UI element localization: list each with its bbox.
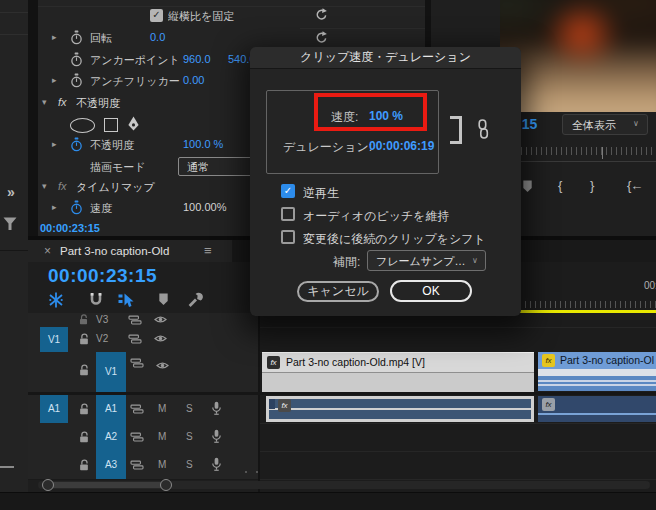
sync-lock-icon[interactable] <box>128 333 142 345</box>
tab-title: Part 3-no caption-Old <box>60 245 200 257</box>
interpolation-select[interactable]: フレームサンプ… ∨ <box>367 250 486 271</box>
sync-lock-icon[interactable] <box>130 459 144 471</box>
duration-label: デュレーション: <box>283 139 372 156</box>
add-marker-icon[interactable] <box>157 293 170 306</box>
track-lock-icon[interactable] <box>78 314 89 325</box>
sync-lock-icon[interactable] <box>130 357 144 369</box>
filter-icon[interactable] <box>3 217 17 231</box>
timeremap-group-title[interactable]: タイムリマップ <box>76 180 186 195</box>
anchor-point-x-value[interactable]: 960.0 <box>183 53 211 65</box>
audio-clip-selected[interactable]: fx <box>266 396 534 422</box>
voiceover-mic-icon[interactable] <box>210 401 223 416</box>
fx-badge-icon: fx <box>58 96 67 108</box>
track-label[interactable]: V3 <box>96 314 108 325</box>
solo-button[interactable]: S <box>186 459 193 470</box>
reset-icon[interactable] <box>315 31 328 44</box>
source-patch-v1[interactable]: V1 <box>40 327 68 352</box>
panel-menu-icon[interactable]: ≡ <box>204 243 212 258</box>
video-clip-selected[interactable]: fx Part 3-no caption-Old.mp4 [V] <box>262 352 534 392</box>
pen-mask-icon[interactable] <box>127 116 140 131</box>
dialog-title[interactable]: クリップ速度・デュレーション <box>250 47 521 69</box>
timeline-settings-icon[interactable] <box>188 292 204 308</box>
opacity-group-title[interactable]: 不透明度 <box>76 96 166 111</box>
interpolation-label: 補間: <box>333 254 360 271</box>
sync-lock-icon[interactable] <box>130 403 144 415</box>
sync-lock-icon[interactable] <box>130 431 144 443</box>
track-label[interactable]: V2 <box>96 333 108 344</box>
ok-button[interactable]: OK <box>390 280 472 302</box>
track-lock-icon[interactable] <box>78 431 90 443</box>
rect-mask-icon[interactable] <box>104 118 118 132</box>
zoom-level-select[interactable]: 全体表示 ∨ <box>562 114 648 135</box>
speed-value[interactable]: 100.00% <box>183 201 226 213</box>
duration-value[interactable]: 00:00:06:19 <box>369 139 434 153</box>
maintain-pitch-checkbox[interactable] <box>281 207 295 221</box>
ripple-edit-checkbox[interactable] <box>281 230 295 244</box>
chevron-down-icon: ∨ <box>633 119 639 128</box>
effect-controls-timecode[interactable]: 00:00:23:15 <box>40 222 100 234</box>
rotation-value[interactable]: 0.0 <box>150 31 165 43</box>
add-marker-icon[interactable] <box>521 180 534 193</box>
go-to-in-icon[interactable]: {← <box>627 178 642 193</box>
collapse-caret-icon[interactable]: ▾ <box>42 97 47 107</box>
track-lock-icon[interactable] <box>78 403 90 415</box>
link-chain-icon[interactable] <box>476 119 490 139</box>
mark-out-icon[interactable]: } <box>590 178 594 193</box>
mute-button[interactable]: M <box>158 403 166 414</box>
zoom-level-value: 全体表示 <box>572 118 632 133</box>
expand-caret-icon[interactable]: ▸ <box>52 139 57 149</box>
timeline-zoom-scrollbar[interactable] <box>38 481 650 489</box>
scrollbar-handle-right[interactable] <box>160 479 172 491</box>
left-rail: » <box>0 0 28 492</box>
scrollbar-handle-left[interactable] <box>42 479 54 491</box>
solo-button[interactable]: S <box>186 403 193 414</box>
source-patch-a1[interactable]: A1 <box>40 395 68 423</box>
collapsed-panel-handle[interactable] <box>0 466 14 468</box>
expand-caret-icon[interactable]: ▸ <box>52 75 57 85</box>
track-header-v2: V1 V2 <box>28 327 258 353</box>
track-lock-icon[interactable] <box>78 364 90 376</box>
track-target-a1[interactable]: A1 <box>96 395 126 423</box>
track-lock-icon[interactable] <box>78 333 90 345</box>
stopwatch-icon-active[interactable] <box>70 200 83 215</box>
track-output-eye-icon[interactable] <box>154 314 167 325</box>
linked-selection-icon[interactable] <box>118 292 134 308</box>
voiceover-mic-icon[interactable] <box>210 457 223 472</box>
ellipse-mask-icon[interactable] <box>70 118 95 133</box>
audio-clip-next[interactable]: fx <box>538 396 656 422</box>
expand-caret-icon[interactable]: ▸ <box>52 202 57 212</box>
stopwatch-icon-active[interactable] <box>70 137 83 152</box>
solo-button[interactable]: S <box>186 431 193 442</box>
timeline-tab[interactable]: × Part 3-no caption-Old ≡ <box>28 240 232 262</box>
track-target-a3[interactable]: A3 <box>96 451 126 479</box>
antiflicker-value[interactable]: 0.00 <box>183 74 204 86</box>
reverse-speed-checkbox[interactable]: ✓ <box>281 184 295 198</box>
cancel-button[interactable]: キャンセル <box>297 281 379 302</box>
track-lock-icon[interactable] <box>78 459 90 471</box>
voiceover-mic-icon[interactable] <box>210 429 223 444</box>
fx-badge-icon: fx <box>58 180 67 192</box>
tab-close-icon[interactable]: × <box>44 244 51 258</box>
snap-starburst-icon[interactable] <box>48 292 64 308</box>
track-target-a2[interactable]: A2 <box>96 423 126 451</box>
track-output-eye-icon[interactable] <box>156 360 169 371</box>
track-target-v1[interactable]: V1 <box>96 352 126 392</box>
video-clip-next[interactable]: fx Part 3-no caption-Ol <box>538 352 656 391</box>
stopwatch-icon[interactable] <box>70 30 83 45</box>
opacity-value[interactable]: 100.0 % <box>183 138 223 150</box>
panel-expand-icon[interactable]: » <box>7 184 15 200</box>
magnet-snap-icon[interactable] <box>88 292 104 307</box>
track-output-eye-icon[interactable] <box>154 333 167 344</box>
stopwatch-icon[interactable] <box>70 52 83 67</box>
stopwatch-icon[interactable] <box>70 73 83 88</box>
track-header-a1: A1 A1 M S <box>28 395 258 424</box>
mute-button[interactable]: M <box>158 459 166 470</box>
mute-button[interactable]: M <box>158 431 166 442</box>
reset-icon[interactable] <box>315 8 328 21</box>
collapse-caret-icon[interactable]: ▾ <box>42 181 47 191</box>
timeline-timecode[interactable]: 00:00:23:15 <box>48 265 157 287</box>
mark-in-icon[interactable]: { <box>558 178 562 193</box>
expand-caret-icon[interactable]: ▸ <box>52 32 57 42</box>
lock-aspect-checkbox[interactable]: ✓ <box>150 9 163 22</box>
sync-lock-icon[interactable] <box>128 314 142 326</box>
